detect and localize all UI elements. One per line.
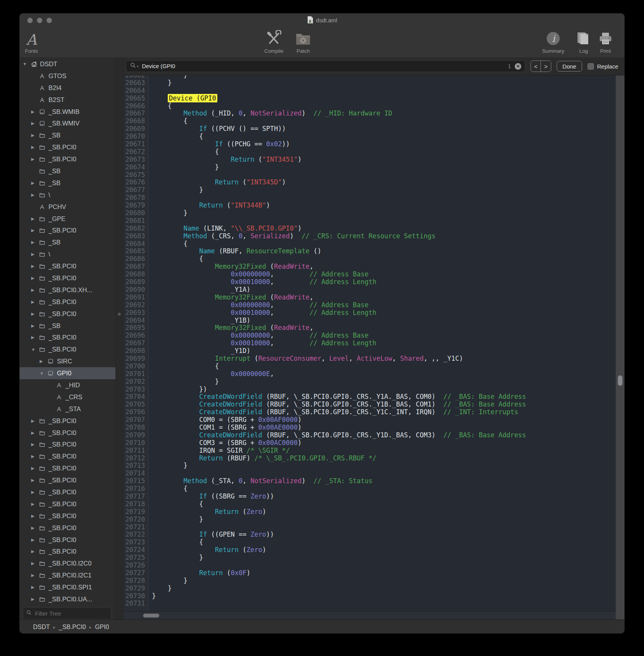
code-line[interactable]: 20713 } [123, 462, 624, 470]
disclosure-right-icon[interactable]: ▶ [31, 133, 39, 138]
tree-item-crs[interactable]: _CRS [20, 391, 115, 403]
tree-item-b2i4[interactable]: B2I4 [20, 82, 115, 94]
tree-item-sbpci0[interactable]: ▶_SB.PCI0 [20, 260, 115, 272]
disclosure-right-icon[interactable]: ▶ [31, 216, 39, 221]
disclosure-right-icon[interactable]: ▶ [31, 228, 39, 233]
code-line[interactable]: 20725 } [123, 554, 624, 562]
code-line[interactable]: 20707 COM0 = (SBRG + 0x00AF0000) [123, 416, 624, 424]
tree-item-gpe[interactable]: ▶_GPE [20, 213, 115, 225]
code-line[interactable]: 20666 { [123, 102, 624, 110]
code-line[interactable]: 20710 COM3 = (SBRG + 0x00AC0000) [123, 439, 624, 447]
search-input[interactable] [141, 63, 521, 70]
code-line[interactable]: 20675 [123, 171, 624, 179]
fonts-button[interactable]: AFonts [25, 29, 38, 54]
code-line[interactable]: 20709 CreateDWordField (RBUF, \_SB.PCI0.… [123, 432, 624, 439]
code-line[interactable]: 20662 } [123, 75, 624, 79]
disclosure-right-icon[interactable]: ▶ [31, 561, 39, 566]
code-line[interactable]: 20719 Return (Zero) [123, 508, 624, 516]
summary-button[interactable]: iSummary [542, 29, 564, 54]
code-line[interactable]: 20693 0x00010000, // Address Length [123, 309, 624, 317]
tree-item-sbpci0[interactable]: ▶_SB.PCI0 [20, 439, 115, 451]
code-line[interactable]: 20689 0x00010000, // Address Length [123, 278, 624, 286]
disclosure-right-icon[interactable]: ▶ [31, 454, 39, 459]
replace-checkbox[interactable] [587, 63, 594, 70]
code-line[interactable]: 20678 [123, 194, 624, 202]
code-line[interactable]: 20664 [123, 87, 624, 95]
code-line[interactable]: 20685 Name (RBUF, ResourceTemplate () [123, 248, 624, 255]
tree-item-sirc[interactable]: ▶SIRC [20, 355, 115, 367]
code-line[interactable]: 20669 If ((PCHV () == SPTH)) [123, 125, 624, 133]
tree-item-sbpci0[interactable]: ▶_SB.PCI0 [20, 522, 115, 534]
tree-item-sbpci0[interactable]: ▼_SB.PCI0 [20, 343, 115, 355]
disclosure-right-icon[interactable]: ▶ [31, 181, 39, 186]
code-line[interactable]: 20712 Return (RBUF) /* \_SB_.PCI0.GPI0._… [123, 455, 624, 462]
disclosure-right-icon[interactable]: ▶ [31, 157, 39, 162]
disclosure-right-icon[interactable]: ▶ [31, 549, 39, 554]
code-line[interactable]: 20724 Return (Zero) [123, 546, 624, 554]
code-line[interactable]: 20672 { [123, 148, 624, 156]
breadcrumb-item-gpi0[interactable]: GPI0 [95, 624, 109, 631]
disclosure-down-icon[interactable]: ▼ [23, 62, 30, 66]
disclosure-down-icon[interactable]: ▼ [31, 347, 39, 352]
disclosure-right-icon[interactable]: ▶ [31, 525, 39, 530]
code-line[interactable]: 20705 CreateDWordField (RBUF, \_SB.PCI0.… [123, 401, 624, 408]
tree-item-sbpci0[interactable]: ▶_SB.PCI0 [20, 546, 115, 558]
code-line[interactable]: 20673 Return ("INT3451") [123, 156, 624, 164]
disclosure-right-icon[interactable]: ▶ [31, 264, 39, 269]
code-line[interactable]: 20717 If ((SBRG == Zero)) [123, 493, 624, 500]
code-line[interactable]: 20696 0x00000000, // Address Base [123, 332, 624, 340]
code-line[interactable]: 20728 } [123, 577, 624, 585]
tree-item-sbpci0[interactable]: ▶_SB.PCI0 [20, 224, 115, 236]
horizontal-scrollbar[interactable] [123, 611, 616, 619]
disclosure-right-icon[interactable]: ▶ [31, 585, 39, 590]
search-field[interactable]: ▾ 1 ✕ [126, 60, 525, 72]
tree-item-[interactable]: ▶\ [20, 189, 115, 201]
code-line[interactable]: 20726 [123, 562, 624, 569]
code-line[interactable]: 20691 Memory32Fixed (ReadWrite, [123, 294, 624, 301]
close-button[interactable] [27, 18, 33, 23]
code-line[interactable]: 20688 0x00000000, // Address Base [123, 271, 624, 278]
code-line[interactable]: 20694 _Y1B) [123, 317, 624, 325]
tree-item-sb[interactable]: ▶_SB [20, 236, 115, 248]
tree-item-sbpci0xh[interactable]: ▶_SB.PCI0.XH... [20, 284, 115, 296]
code-line[interactable]: 20723 { [123, 539, 624, 546]
tree-item-sbwmiv[interactable]: ▶_SB.WMIV [20, 117, 115, 129]
disclosure-right-icon[interactable]: ▶ [31, 418, 39, 423]
tree-item-sbwmib[interactable]: ▶_SB.WMIB [20, 106, 115, 118]
code-line[interactable]: 20667 Method (_HID, 0, NotSerialized) //… [123, 110, 624, 117]
tree-item-sbpci0[interactable]: ▶_SB.PCI0 [20, 308, 115, 320]
code-line[interactable]: 20706 CreateDWordField (RBUF, \_SB.PCI0.… [123, 408, 624, 416]
disclosure-right-icon[interactable]: ▶ [31, 121, 39, 126]
title-bar[interactable]: dsdt.aml [20, 13, 624, 27]
minimize-button[interactable] [37, 18, 42, 23]
disclosure-right-icon[interactable]: ▶ [31, 192, 39, 197]
tree-item-sbpci0[interactable]: ▶_SB.PCI0 [20, 510, 115, 522]
code-line[interactable]: 20692 0x00000000, // Address Base [123, 301, 624, 309]
disclosure-right-icon[interactable]: ▶ [31, 573, 39, 578]
disclosure-right-icon[interactable]: ▶ [31, 478, 39, 483]
tree-item-sbpci0[interactable]: ▶_SB.PCI0 [20, 450, 115, 462]
tree-item-sbpci0[interactable]: ▶_SB.PCI0 [20, 153, 115, 165]
code-line[interactable]: 20663 } [123, 79, 624, 87]
code-line[interactable]: 20721 [123, 524, 624, 531]
code-line[interactable]: 20704 CreateDWordField (RBUF, \_SB.PCI0.… [123, 393, 624, 401]
disclosure-right-icon[interactable]: ▶ [31, 597, 39, 602]
tree-item-sbpci0[interactable]: ▶_SB.PCI0 [20, 474, 115, 486]
tree-item-hid[interactable]: _HID [20, 379, 115, 391]
code-line[interactable]: 20679 Return ("INT344B") [123, 202, 624, 209]
code-line[interactable]: 20700 { [123, 363, 624, 370]
code-line[interactable]: 20690 _Y1A) [123, 286, 624, 294]
breadcrumb-item-sbpci0[interactable]: _SB.PCI0 [59, 624, 86, 631]
code-line[interactable]: 20668 { [123, 117, 624, 125]
disclosure-right-icon[interactable]: ▶ [31, 466, 39, 471]
patch-button[interactable]: Patch [295, 29, 311, 54]
tree-item-sb[interactable]: ▶_SB [20, 320, 115, 332]
code-line[interactable]: 20697 0x00010000, // Address Length [123, 340, 624, 347]
code-line[interactable]: 20731 [123, 600, 624, 607]
code-line[interactable]: 20703 }) [123, 386, 624, 393]
code-line[interactable]: 20684 { [123, 240, 624, 248]
code-line[interactable]: 20695 Memory32Fixed (ReadWrite, [123, 324, 624, 332]
sidebar-tree[interactable]: ▼DSDTGTOSB2I4B2ST▶_SB.WMIB▶_SB.WMIV▶_SB▶… [20, 57, 115, 605]
disclosure-right-icon[interactable]: ▶ [31, 109, 39, 114]
find-previous-button[interactable]: < [531, 61, 541, 72]
